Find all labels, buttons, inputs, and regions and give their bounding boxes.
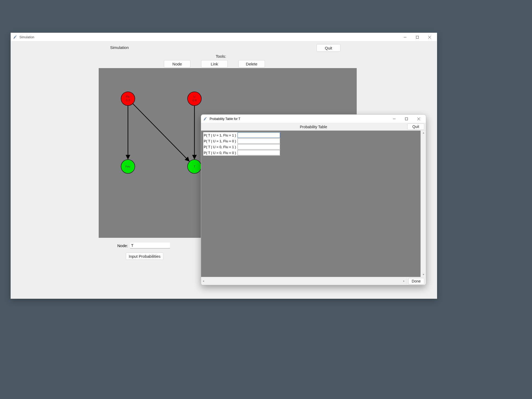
node-label: Fev — [126, 165, 131, 168]
delete-tool-button[interactable]: Delete — [238, 60, 265, 68]
scroll-down-icon[interactable] — [421, 272, 426, 277]
probability-rows: P( T | U = 1, Flu = 1 )P( T | U = 1, Flu… — [203, 132, 280, 156]
dialog-canvas[interactable]: P( T | U = 1, Flu = 1 )P( T | U = 1, Flu… — [201, 131, 421, 277]
probability-table-window: Probability Table for T Probability Tabl… — [201, 114, 426, 285]
probability-row-input[interactable] — [238, 138, 280, 144]
node-label: T — [194, 165, 196, 168]
scroll-up-icon[interactable] — [421, 131, 426, 135]
edge-Flu-T[interactable] — [133, 104, 189, 161]
input-probabilities-button[interactable]: Input Probabilities — [126, 252, 163, 260]
dialog-titlebar[interactable]: Probability Table for T — [201, 115, 426, 123]
node-field-row: Node: — [117, 243, 170, 248]
probability-table-title: Probability Table — [300, 125, 327, 129]
node-U[interactable]: U0.4 — [188, 92, 201, 106]
dialog-body: Probability Table Quit P( T | U = 1, Flu… — [201, 123, 426, 285]
input-probabilities-wrapper: Input Probabilities — [126, 252, 163, 260]
svg-rect-1 — [416, 36, 419, 38]
quit-button[interactable]: Quit — [317, 44, 340, 52]
quit-button-wrapper: Quit — [317, 44, 340, 52]
tools-label: Tools: — [216, 54, 226, 59]
probability-row: P( T | U = 0, Flu = 0 ) — [203, 150, 280, 156]
dialog-done-wrapper: Done — [406, 277, 426, 285]
probability-row-input[interactable] — [238, 144, 280, 149]
probability-row-label: P( T | U = 0, Flu = 1 ) — [203, 144, 238, 150]
feather-icon — [13, 35, 17, 39]
minimize-button[interactable] — [399, 33, 411, 41]
node-field-label: Node: — [117, 243, 128, 248]
probability-row-label: P( T | U = 0, Flu = 0 ) — [203, 150, 238, 156]
node-label: U — [193, 95, 196, 98]
probability-row: P( T | U = 1, Flu = 1 ) — [203, 132, 280, 138]
dialog-window-controls — [388, 115, 425, 123]
probability-row: P( T | U = 1, Flu = 0 ) — [203, 138, 280, 144]
horizontal-scrollbar[interactable] — [201, 277, 406, 285]
tool-row: Node Link Delete — [164, 60, 265, 68]
close-button[interactable] — [413, 115, 425, 123]
dialog-window-title: Probability Table for T — [210, 117, 388, 121]
maximize-button[interactable] — [400, 115, 413, 123]
probability-row-label: P( T | U = 1, Flu = 0 ) — [203, 138, 238, 144]
node-Flu[interactable]: Flu0.3 — [121, 92, 135, 106]
dialog-header: Probability Table Quit — [201, 123, 426, 131]
desktop: Simulation Simulation Quit Tools: Node — [0, 0, 532, 399]
minimize-button[interactable] — [388, 115, 400, 123]
dialog-footer: Done — [201, 277, 426, 285]
node-Fev[interactable]: Fev — [121, 160, 135, 173]
scroll-right-icon[interactable] — [401, 277, 406, 285]
probability-row-label: P( T | U = 1, Flu = 1 ) — [203, 132, 238, 138]
feather-icon — [203, 117, 207, 121]
dialog-main: P( T | U = 1, Flu = 1 )P( T | U = 1, Flu… — [201, 131, 426, 277]
node-tool-button[interactable]: Node — [164, 60, 190, 68]
probability-row: P( T | U = 0, Flu = 1 ) — [203, 144, 280, 150]
close-button[interactable] — [423, 33, 436, 41]
scroll-left-icon[interactable] — [201, 277, 206, 285]
node-name-input[interactable] — [130, 243, 170, 248]
vertical-scrollbar[interactable] — [421, 131, 426, 277]
maximize-button[interactable] — [411, 33, 423, 41]
main-titlebar[interactable]: Simulation — [11, 33, 437, 41]
node-prob: 0.3 — [126, 99, 130, 102]
dialog-quit-wrapper: Quit — [407, 123, 424, 130]
dialog-quit-button[interactable]: Quit — [407, 123, 424, 130]
node-label: Flu — [126, 95, 130, 98]
node-T[interactable]: T — [188, 160, 201, 173]
link-tool-button[interactable]: Link — [201, 60, 228, 68]
main-window-controls — [399, 33, 436, 41]
svg-rect-9 — [405, 118, 408, 120]
node-prob: 0.4 — [192, 99, 196, 102]
dialog-done-button[interactable]: Done — [408, 278, 424, 284]
probability-row-input[interactable] — [238, 150, 280, 155]
main-window-title: Simulation — [19, 35, 399, 39]
simulation-label: Simulation — [110, 45, 129, 50]
probability-row-input[interactable] — [238, 132, 280, 138]
